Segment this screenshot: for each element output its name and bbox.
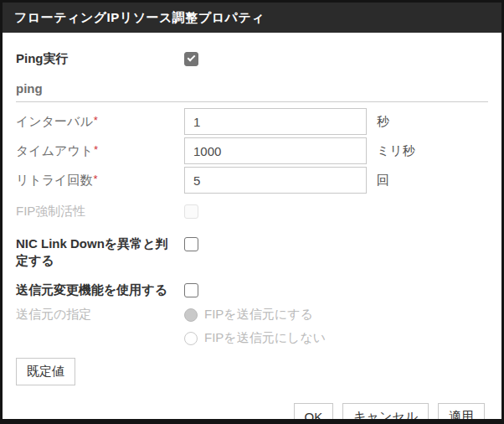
interval-unit: 秒 xyxy=(377,114,389,130)
interval-label: インターバル* xyxy=(16,114,184,130)
retry-unit: 回 xyxy=(377,173,389,189)
default-values-button[interactable]: 既定値 xyxy=(16,358,75,385)
retry-input[interactable] xyxy=(184,167,367,194)
dialog-footer: OK キャンセル 適用 xyxy=(294,403,485,424)
nic-link-down-label: NIC Link Downを異常と判定する xyxy=(16,235,184,269)
ok-button[interactable]: OK xyxy=(294,403,334,424)
ping-group-label: ping xyxy=(16,81,43,96)
source-spec-label: 送信元の指定 xyxy=(16,307,184,323)
retry-row: リトライ回数* 回 xyxy=(16,167,488,194)
required-asterisk: * xyxy=(93,173,97,185)
fip-force-label: FIP強制活性 xyxy=(16,204,184,220)
ping-group-heading: ping xyxy=(16,81,488,102)
dialog-content: Ping実行 ping インターバル* 秒 タイムアウト* ミリ秒 リトライ回数… xyxy=(3,50,501,424)
source-change-checkbox[interactable] xyxy=(184,283,198,297)
floating-ip-properties-dialog: フローティングIPリソース調整プロパティ Ping実行 ping インターバル*… xyxy=(0,0,504,424)
dialog-titlebar: フローティングIPリソース調整プロパティ xyxy=(3,3,501,33)
timeout-input[interactable] xyxy=(184,137,367,164)
source-spec-row: 送信元の指定 FIPを送信元にする FIPを送信元にしない xyxy=(16,307,488,346)
source-change-label: 送信元変更機能を使用する xyxy=(16,282,184,298)
timeout-row: タイムアウト* ミリ秒 xyxy=(16,137,488,164)
radio-option-fip-not-source: FIPを送信元にしない xyxy=(184,330,326,346)
radio-option-label: FIPを送信元にしない xyxy=(204,330,326,346)
interval-input[interactable] xyxy=(184,108,367,135)
source-change-row: 送信元変更機能を使用する xyxy=(16,282,488,298)
ping-exec-label: Ping実行 xyxy=(16,50,184,67)
interval-row: インターバル* 秒 xyxy=(16,108,488,135)
apply-button[interactable]: 適用 xyxy=(438,403,485,424)
check-icon xyxy=(188,53,196,61)
required-asterisk: * xyxy=(94,143,98,156)
ping-exec-row: Ping実行 xyxy=(16,50,488,67)
ping-exec-checkbox[interactable] xyxy=(184,52,198,66)
required-asterisk: * xyxy=(94,114,98,127)
fip-force-checkbox xyxy=(184,204,198,219)
nic-link-down-checkbox[interactable] xyxy=(184,237,198,251)
retry-label: リトライ回数* xyxy=(16,173,184,189)
timeout-label: タイムアウト* xyxy=(16,143,184,159)
radio-icon xyxy=(184,332,198,345)
radio-icon xyxy=(184,308,198,322)
cancel-button[interactable]: キャンセル xyxy=(342,403,429,424)
fip-force-row: FIP強制活性 xyxy=(16,204,488,220)
source-spec-radio-group: FIPを送信元にする FIPを送信元にしない xyxy=(184,307,326,346)
nic-link-down-row: NIC Link Downを異常と判定する xyxy=(16,235,488,269)
radio-option-label: FIPを送信元にする xyxy=(204,307,313,323)
radio-option-fip-source: FIPを送信元にする xyxy=(184,307,326,323)
dialog-title: フローティングIPリソース調整プロパティ xyxy=(14,10,265,24)
timeout-unit: ミリ秒 xyxy=(377,143,415,159)
